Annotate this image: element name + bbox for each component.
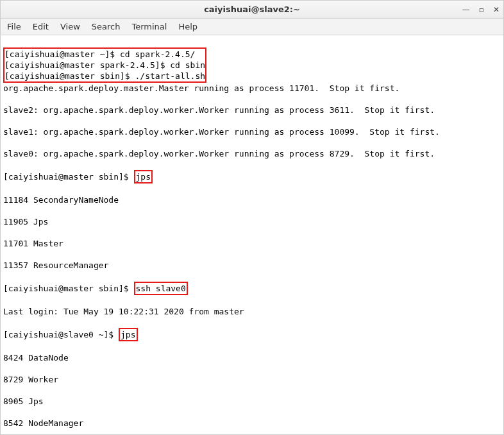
terminal-area[interactable]: [caiyishuai@master ~]$ cd spark-2.4.5/[c… [1, 35, 503, 435]
output-line: 11701 Master [3, 238, 501, 249]
menu-edit[interactable]: Edit [33, 22, 49, 31]
output-line: 8542 NodeManager [3, 418, 501, 429]
output-line: 8424 DataNode [3, 352, 501, 363]
menu-help[interactable]: Help [178, 22, 197, 31]
output-line: Last login: Tue May 19 10:22:31 2020 fro… [3, 306, 501, 317]
output-line: 8729 Worker [3, 374, 501, 385]
output-line: 11357 ResourceManager [3, 260, 501, 271]
output-line: slave2: org.apache.spark.deploy.worker.W… [3, 105, 501, 115]
highlight-box-start-commands: [caiyishuai@master ~]$ cd spark-2.4.5/[c… [3, 47, 206, 83]
window-controls: — ▫ ✕ [462, 5, 500, 14]
prompt: [caiyishuai@master spark-2.4.5]$ [4, 60, 170, 70]
output-line: 8905 Jps [3, 396, 501, 407]
prompt: [caiyishuai@master sbin]$ [3, 284, 134, 293]
output-line: 11905 Jps [3, 216, 501, 227]
output-line: slave1: org.apache.spark.deploy.worker.W… [3, 126, 501, 137]
output-line: 11184 SecondaryNameNode [3, 194, 501, 205]
prompt: [caiyishuai@master ~]$ [4, 49, 120, 59]
titlebar: caiyishuai@slave2:~ — ▫ ✕ [1, 1, 503, 19]
highlight-ssh-slave0: ssh slave0 [134, 282, 188, 295]
output-line: org.apache.spark.deploy.master.Master ru… [3, 83, 501, 94]
menu-search[interactable]: Search [92, 22, 121, 31]
minimize-button[interactable]: — [462, 5, 470, 14]
window-title: caiyishuai@slave2:~ [1, 4, 503, 14]
close-button[interactable]: ✕ [493, 5, 500, 14]
command: ./start-all.sh [135, 71, 206, 81]
menubar: File Edit View Search Terminal Help [1, 19, 503, 35]
prompt: [caiyishuai@slave0 ~]$ [3, 330, 119, 339]
prompt: [caiyishuai@master sbin]$ [4, 71, 135, 81]
prompt: [caiyishuai@master sbin]$ [3, 172, 134, 182]
maximize-button[interactable]: ▫ [479, 5, 484, 14]
output-line: slave0: org.apache.spark.deploy.worker.W… [3, 148, 501, 159]
highlight-jps: jps [134, 170, 153, 183]
command: cd spark-2.4.5/ [120, 49, 195, 59]
menu-terminal[interactable]: Terminal [131, 22, 167, 31]
menu-file[interactable]: File [7, 22, 21, 31]
highlight-jps: jps [119, 328, 137, 341]
command: cd sbin [170, 60, 205, 70]
menu-view[interactable]: View [60, 22, 80, 31]
